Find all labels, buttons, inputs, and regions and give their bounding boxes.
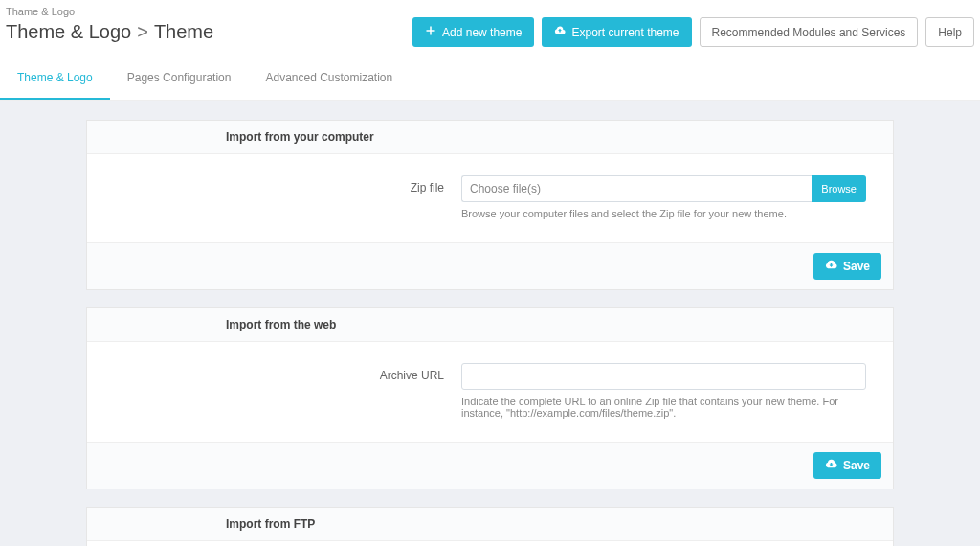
title-separator: >	[137, 21, 148, 43]
content-body: Import from your computer Zip file Choos…	[0, 101, 980, 546]
add-new-theme-label: Add new theme	[442, 26, 522, 39]
zip-file-hint: Browse your computer files and select th…	[461, 208, 866, 219]
archive-url-input[interactable]	[461, 363, 866, 390]
tab-pages-configuration[interactable]: Pages Configuration	[110, 57, 249, 100]
archive-url-hint: Indicate the complete URL to an online Z…	[461, 396, 866, 419]
panel-heading: Import from your computer	[87, 121, 893, 154]
page-header: Theme & Logo > Theme Add new theme Expor…	[0, 17, 980, 57]
panel-import-from-web: Import from the web Archive URL Indicate…	[86, 307, 894, 489]
save-button[interactable]: Save	[813, 452, 881, 479]
cloud-download-icon	[554, 25, 566, 39]
panel-heading: Import from the web	[87, 308, 893, 342]
recommended-modules-button[interactable]: Recommended Modules and Services	[700, 17, 919, 47]
export-current-theme-button[interactable]: Export current theme	[542, 17, 691, 47]
title-page: Theme	[154, 21, 213, 43]
add-new-theme-button[interactable]: Add new theme	[412, 17, 534, 47]
panel-import-from-ftp: Import from FTP Select the archive - ▴▾ …	[86, 507, 894, 546]
help-label: Help	[938, 26, 962, 39]
tabs: Theme & Logo Pages Configuration Advance…	[0, 57, 980, 101]
save-label: Save	[843, 459, 870, 472]
tab-theme-and-logo[interactable]: Theme & Logo	[0, 57, 110, 100]
zip-file-input[interactable]: Choose file(s)	[461, 175, 812, 202]
panel-import-from-computer: Import from your computer Zip file Choos…	[86, 120, 894, 290]
zip-file-label: Zip file	[114, 175, 461, 194]
save-label: Save	[843, 260, 870, 273]
recommended-modules-label: Recommended Modules and Services	[712, 26, 906, 39]
zip-file-input-group: Choose file(s) Browse	[461, 175, 866, 202]
cloud-upload-icon	[825, 259, 837, 274]
help-button[interactable]: Help	[925, 17, 974, 47]
page-title: Theme & Logo > Theme	[6, 21, 213, 43]
save-button[interactable]: Save	[813, 253, 881, 280]
plus-icon	[425, 25, 436, 39]
header-actions: Add new theme Export current theme Recom…	[412, 17, 974, 47]
panel-heading: Import from FTP	[87, 508, 893, 541]
breadcrumb: Thame & Logo	[0, 0, 980, 17]
title-section: Theme & Logo	[6, 21, 131, 43]
tab-advanced-customization[interactable]: Advanced Customization	[248, 57, 410, 100]
cloud-upload-icon	[825, 458, 837, 473]
export-current-theme-label: Export current theme	[571, 26, 679, 39]
browse-button[interactable]: Browse	[812, 175, 866, 202]
archive-url-label: Archive URL	[114, 363, 461, 382]
